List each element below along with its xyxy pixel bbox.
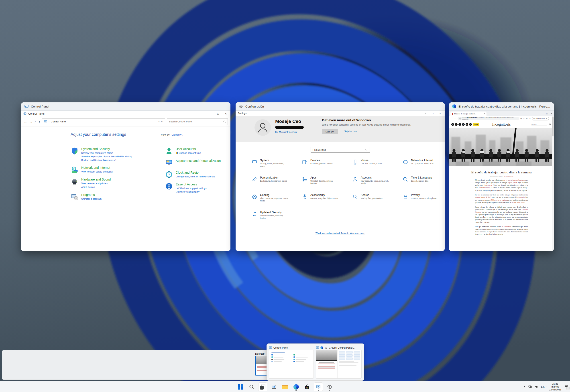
control-panel-search-input[interactable]: Search Control Panel xyxy=(167,118,228,125)
minimize-icon[interactable]: – xyxy=(542,113,543,115)
new-tab-icon[interactable]: + xyxy=(488,113,490,115)
article-link[interactable]: No nos flipemos xyxy=(475,209,528,213)
settings-tile-time-language[interactable]: Time & LanguageSpeech, region, date xyxy=(402,176,445,189)
tray-chevron-up-icon[interactable]: ∧ xyxy=(524,385,526,388)
twitter-icon[interactable]: t xyxy=(455,123,457,126)
close-icon[interactable]: ✕ xyxy=(551,113,552,115)
minimize-icon[interactable]: – xyxy=(425,112,426,115)
settings-tile-network-internet[interactable]: Network & InternetWi-Fi, airplane mode, … xyxy=(402,159,445,171)
back-icon[interactable]: ← xyxy=(451,117,453,120)
settings-tile-accessibility[interactable]: AccessibilityNarrator, magnifier, high c… xyxy=(302,194,350,206)
cp-category-title[interactable]: System and Security xyxy=(81,147,110,151)
cp-category-title[interactable]: Ease of Access xyxy=(176,182,197,186)
taskbar-control-panel-group-icon[interactable] xyxy=(314,382,323,391)
settings-tile-phone[interactable]: PhoneLink your Android, iPhone xyxy=(352,159,401,171)
close-icon[interactable]: ✕ xyxy=(225,112,227,115)
cp-category-title[interactable]: Appearance and Personalization xyxy=(176,159,221,163)
close-icon[interactable]: ✕ xyxy=(439,112,441,115)
cp-category-link[interactable]: View devices and printers xyxy=(81,182,111,185)
maximize-icon[interactable]: □ xyxy=(432,112,433,115)
cp-category-title[interactable]: Programs xyxy=(81,193,95,196)
comments-link[interactable]: 27 comentarios xyxy=(504,175,513,177)
article-link[interactable]: rápido y bien xyxy=(508,182,517,184)
address-bar[interactable]: › Control Panel ∨ ↻ xyxy=(42,118,165,125)
search-icon[interactable] xyxy=(549,123,552,126)
up-icon[interactable]: ↑ xyxy=(39,120,41,124)
refresh-icon[interactable]: ↻ xyxy=(161,120,163,123)
minimize-icon[interactable]: – xyxy=(210,112,212,115)
settings-tile-system[interactable]: SystemDisplay, sound, notifications, pow… xyxy=(252,159,300,171)
address-dropdown-icon[interactable]: ∨ xyxy=(158,120,160,123)
lets-go-button[interactable]: Let's go! xyxy=(322,129,338,134)
cp-category-title[interactable]: Network and Internet xyxy=(81,166,110,169)
cp-category-link[interactable]: Backup and Restore (Windows 7) xyxy=(81,158,132,162)
taskbar-edge-icon[interactable] xyxy=(292,382,300,391)
article-link[interactable]: teletrabajo xyxy=(517,196,525,198)
network-icon[interactable] xyxy=(528,385,532,389)
article-link[interactable]: jornada laboral de 9 a 5 xyxy=(475,196,491,198)
taskbar-store-icon[interactable] xyxy=(303,382,312,391)
settings-tile-devices[interactable]: DevicesBluetooth, printers, mouse xyxy=(302,159,350,171)
collections-icon[interactable]: ⊟ xyxy=(526,118,528,120)
cp-category-link[interactable]: View network status and tasks xyxy=(81,170,113,174)
browser-tab[interactable]: El sueño de trabajar cuatro dí... ✕ xyxy=(450,112,486,116)
read-aloud-icon[interactable]: ⊞ xyxy=(520,118,522,120)
card-header-settings[interactable]: Configuración xyxy=(236,102,445,111)
volume-icon[interactable] xyxy=(535,385,538,389)
cp-category-title[interactable]: User Accounts xyxy=(176,147,196,151)
notification-center[interactable]: 7 xyxy=(564,384,568,389)
cp-category-link[interactable]: Change account type xyxy=(176,151,201,155)
card-header-browser[interactable]: El sueño de trabajar cuatro días a la se… xyxy=(449,102,554,111)
back-icon[interactable]: ← xyxy=(24,120,27,124)
settings-tile-accounts[interactable]: AccountsYour accounts, email, sync, work… xyxy=(352,176,401,189)
avatar[interactable] xyxy=(255,119,271,136)
cp-category-title[interactable]: Hardware and Sound xyxy=(81,178,111,181)
more-menu-icon[interactable]: … xyxy=(550,118,552,120)
taskbar-task-view-icon[interactable] xyxy=(258,382,267,391)
cp-category-link[interactable]: Add a device xyxy=(81,185,111,189)
taskbar-search-icon[interactable] xyxy=(247,382,256,391)
maximize-icon[interactable]: □ xyxy=(217,112,219,115)
article-link[interactable]: productivicracia xyxy=(479,187,490,189)
clock[interactable]: 15:35 martes 22/06/2021 xyxy=(549,382,561,391)
view-by-value[interactable]: Category xyxy=(171,133,182,136)
settings-tile-search[interactable]: SearchFind my files, permissions xyxy=(352,194,401,206)
taskbar-widgets-icon[interactable] xyxy=(270,382,278,391)
taskview-card-settings[interactable]: Configuración Settings – □ ✕ Moseje Ceo … xyxy=(236,102,445,251)
favorites-star-icon[interactable]: ☆ xyxy=(523,118,525,120)
settings-tile-privacy[interactable]: PrivacyLocation, camera, microphone xyxy=(402,194,445,206)
skip-for-now-link[interactable]: Skip for now xyxy=(344,130,357,133)
profile-pill[interactable]: No sincronizando xyxy=(532,117,549,120)
cp-category-link[interactable]: Uninstall a program xyxy=(81,197,101,201)
card-header-control-panel[interactable]: Control Panel xyxy=(21,102,230,111)
site-logo[interactable]: Incognitosis xyxy=(492,122,511,127)
history-dropdown-icon[interactable]: ∨ xyxy=(35,120,37,123)
settings-tile-update-security[interactable]: Update & SecurityWindows Update, recover… xyxy=(252,211,300,223)
article-link[interactable]: 30.000 euros al año xyxy=(512,201,525,203)
article-link[interactable]: no es necesariamente lo mismo xyxy=(503,179,525,181)
chevron-down-icon[interactable]: ▾ xyxy=(182,134,183,136)
maximize-icon[interactable]: □ xyxy=(546,113,547,115)
preview-thumbnail[interactable] xyxy=(316,350,362,379)
article-link[interactable]: 291 horas en un vagón xyxy=(490,199,506,201)
github-icon[interactable]: g xyxy=(462,123,465,126)
close-tab-icon[interactable]: ✕ xyxy=(484,113,485,115)
extensions-icon[interactable]: ◫ xyxy=(529,118,531,120)
refresh-icon[interactable]: ↻ xyxy=(455,117,456,120)
settings-tile-personalization[interactable]: PersonalizationBackground, lock screen, … xyxy=(252,176,300,189)
find-a-setting-input[interactable]: Find a setting xyxy=(311,147,370,153)
linkedin-icon[interactable]: in xyxy=(466,123,468,126)
site-search-input[interactable]: Buscar xyxy=(531,123,547,126)
article-link[interactable]: el tiempo no xyxy=(484,184,492,186)
taskbar-start-icon[interactable] xyxy=(236,382,245,391)
activate-windows-link[interactable]: Windows isn't activated. Activate Window… xyxy=(315,232,365,234)
cp-category-title[interactable]: Clock and Region xyxy=(176,171,200,174)
cp-category-link[interactable]: Review your computer's status xyxy=(81,151,132,155)
preview-group[interactable]: Group | Control Panel ... xyxy=(316,346,362,379)
cp-category-link[interactable]: Change date, time, or number formats xyxy=(176,175,215,179)
url-input[interactable]: https://javipas.com/2021/06/21/el-sueno-… xyxy=(457,117,519,120)
facebook-icon[interactable]: f xyxy=(458,123,461,126)
settings-tile-apps[interactable]: AppsUninstall, defaults, optional featur… xyxy=(302,176,350,189)
forward-icon[interactable]: → xyxy=(29,120,33,124)
microsoft-account-link[interactable]: My Microsoft account xyxy=(275,131,297,133)
